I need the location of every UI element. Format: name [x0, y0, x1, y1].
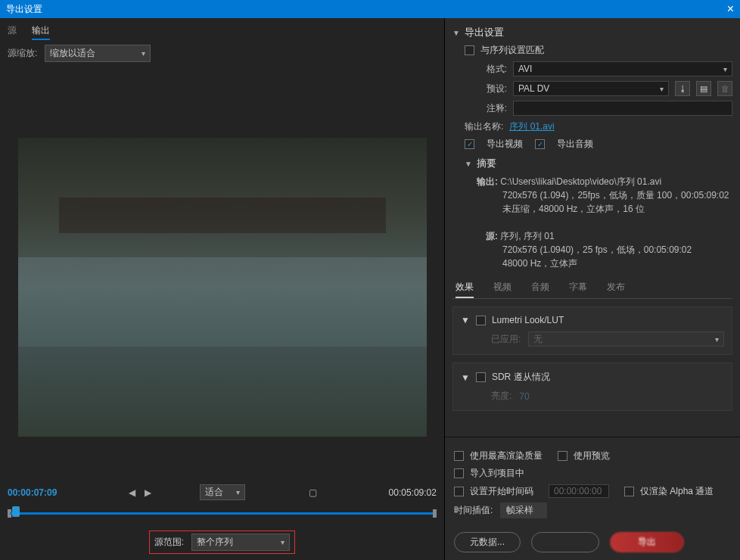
tab-output[interactable]: 输出	[32, 23, 50, 40]
preset-dropdown[interactable]: PAL DV	[513, 81, 669, 96]
source-range-dropdown[interactable]: 整个序列	[191, 534, 290, 551]
chevron-down-icon: ▼	[452, 29, 460, 37]
max-quality-label: 使用最高渲染质量	[470, 450, 543, 462]
title-bar: 导出设置 ×	[0, 0, 740, 18]
import-preset-icon[interactable]: ▤	[696, 81, 711, 96]
preview-panel: 源 输出 源缩放: 缩放以适合 00:00:07:09 ◀ ▶ 适合 ▢	[0, 18, 445, 560]
sdr-brightness-value: 70	[519, 391, 529, 402]
tab-source[interactable]: 源	[8, 23, 17, 40]
output-name-link[interactable]: 序列 01.avi	[509, 120, 554, 133]
preview-area	[0, 65, 444, 478]
export-button[interactable]: 导出	[610, 532, 684, 552]
export-video-checkbox[interactable]	[465, 139, 474, 149]
current-timecode[interactable]: 00:00:07:09	[8, 487, 57, 498]
time-interp-dropdown[interactable]: 帧采样	[500, 502, 547, 518]
use-preview-label: 使用预览	[574, 450, 610, 462]
alpha-only-label: 仅渲染 Alpha 通道	[640, 485, 714, 498]
format-dropdown[interactable]: AVI	[513, 61, 732, 76]
lumetri-checkbox[interactable]	[476, 316, 486, 325]
duration-timecode: 00:05:09:02	[389, 487, 437, 498]
step-forward-icon[interactable]: ▶	[145, 487, 151, 498]
chevron-down-icon: ▼	[465, 160, 472, 168]
playhead[interactable]	[12, 506, 20, 517]
alpha-only-checkbox[interactable]	[624, 487, 634, 496]
window-title: 导出设置	[6, 3, 42, 16]
lumetri-panel: ▼ Lumetri Look/LUT 已应用: 无	[452, 306, 732, 355]
source-scale-label: 源缩放:	[8, 47, 37, 60]
comment-input[interactable]	[513, 101, 732, 116]
preset-label: 预设:	[465, 82, 507, 95]
render-options: 使用最高渲染质量 使用预览 导入到项目中 设置开始时间码	[445, 437, 740, 560]
delete-preset-icon: 🗑	[717, 81, 732, 96]
settings-panel: ▼ 导出设置 与序列设置匹配 格式: AVI 预设: PAL DV ⭳ ▤ 🗑	[445, 18, 740, 560]
comment-label: 注释:	[465, 102, 507, 115]
preview-tabs: 源 输出	[8, 23, 437, 40]
chevron-down-icon: ▼	[461, 315, 470, 325]
export-audio-label: 导出音频	[557, 138, 593, 151]
settings-tabs: 效果 视频 音频 字幕 发布	[452, 278, 732, 299]
lumetri-applied-label: 已应用:	[491, 333, 521, 346]
start-timecode-input	[549, 484, 609, 498]
source-scale-dropdown[interactable]: 缩放以适合	[45, 45, 151, 62]
match-sequence-label: 与序列设置匹配	[480, 44, 544, 57]
metadata-button[interactable]: 元数据...	[454, 532, 521, 552]
match-sequence-checkbox[interactable]	[465, 45, 474, 55]
sdr-title: SDR 遵从情况	[492, 371, 550, 384]
set-start-tc-checkbox[interactable]	[454, 487, 464, 496]
timeline-slider[interactable]	[8, 506, 437, 520]
time-interp-label: 时间插值:	[454, 504, 493, 517]
use-preview-checkbox[interactable]	[558, 451, 567, 461]
export-video-label: 导出视频	[487, 138, 523, 151]
zoom-fit-dropdown[interactable]: 适合	[200, 484, 245, 500]
lumetri-applied-dropdown: 无	[528, 331, 724, 347]
sdr-brightness-label: 亮度:	[491, 390, 511, 403]
set-start-tc-label: 设置开始时间码	[470, 485, 533, 498]
source-range-label: 源范围:	[154, 536, 184, 549]
aspect-icon[interactable]: ▢	[309, 487, 317, 498]
tab-video[interactable]: 视频	[493, 278, 511, 298]
import-project-checkbox[interactable]	[454, 468, 464, 478]
tab-captions[interactable]: 字幕	[569, 278, 587, 298]
sdr-checkbox[interactable]	[476, 372, 486, 382]
max-quality-checkbox[interactable]	[454, 451, 464, 461]
export-audio-checkbox[interactable]	[535, 139, 545, 149]
summary-output: 输出: C:\Users\likai\Desktop\video\序列 01.a…	[477, 175, 732, 270]
lumetri-title: Lumetri Look/LUT	[492, 315, 564, 325]
step-back-icon[interactable]: ◀	[129, 487, 135, 498]
export-settings-header[interactable]: ▼ 导出设置	[452, 26, 732, 39]
preview-frame	[18, 138, 427, 437]
save-preset-icon[interactable]: ⭳	[675, 81, 690, 96]
import-project-label: 导入到项目中	[470, 467, 524, 480]
tab-publish[interactable]: 发布	[607, 278, 625, 298]
sdr-panel: ▼ SDR 遵从情况 亮度: 70	[452, 362, 732, 411]
tab-effects[interactable]: 效果	[456, 278, 474, 298]
tab-audio[interactable]: 音频	[531, 278, 549, 298]
output-name-label: 输出名称:	[465, 120, 503, 133]
queue-button[interactable]	[531, 532, 599, 552]
close-icon[interactable]: ×	[727, 2, 734, 16]
chevron-down-icon: ▼	[461, 372, 470, 383]
summary-header[interactable]: ▼ 摘要	[465, 157, 732, 170]
format-label: 格式:	[465, 63, 507, 76]
